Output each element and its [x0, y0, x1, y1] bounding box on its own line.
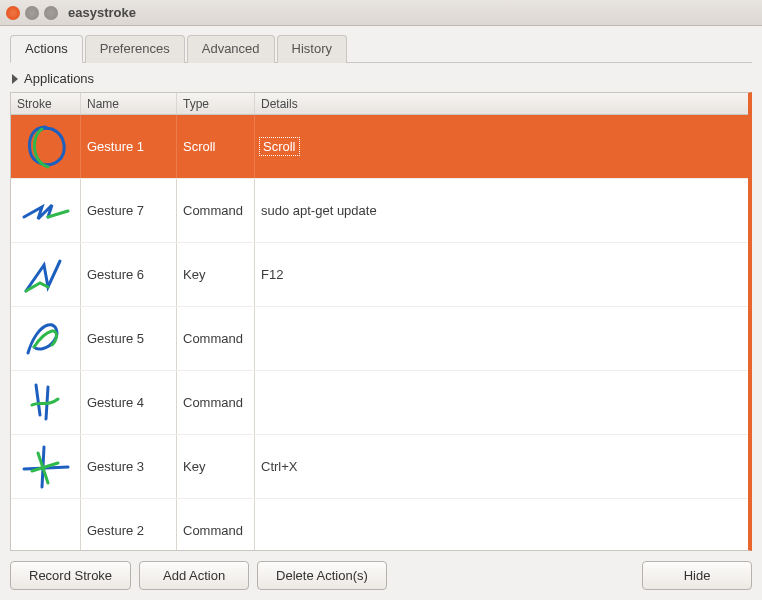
tab-actions[interactable]: Actions	[10, 35, 83, 63]
gesture-details[interactable]: sudo apt-get update	[255, 179, 748, 242]
tab-label: History	[292, 41, 332, 56]
record-stroke-button[interactable]: Record Stroke	[10, 561, 131, 590]
stroke-preview	[11, 243, 81, 306]
stroke-preview	[11, 371, 81, 434]
content-area: Actions Preferences Advanced History App…	[0, 26, 762, 600]
minimize-icon[interactable]	[25, 6, 39, 20]
gesture-name[interactable]: Gesture 2	[81, 499, 177, 551]
table-row[interactable]: Gesture 4Command	[11, 371, 748, 435]
titlebar: easystroke	[0, 0, 762, 26]
gesture-name[interactable]: Gesture 1	[81, 115, 177, 178]
table-row[interactable]: Gesture 6KeyF12	[11, 243, 748, 307]
table-row[interactable]: Gesture 3KeyCtrl+X	[11, 435, 748, 499]
gesture-details[interactable]	[255, 371, 748, 434]
stroke-preview	[11, 115, 81, 178]
tab-advanced[interactable]: Advanced	[187, 35, 275, 63]
stroke-preview	[11, 179, 81, 242]
window-controls	[6, 6, 58, 20]
expander-label: Applications	[24, 71, 94, 86]
gesture-type[interactable]: Key	[177, 435, 255, 498]
window-title: easystroke	[68, 5, 136, 20]
gesture-name[interactable]: Gesture 6	[81, 243, 177, 306]
button-row: Record Stroke Add Action Delete Action(s…	[10, 551, 752, 590]
gesture-type[interactable]: Scroll	[177, 115, 255, 178]
stroke-preview	[11, 435, 81, 498]
tab-label: Actions	[25, 41, 68, 56]
chevron-right-icon	[12, 74, 18, 84]
actions-table: Stroke Name Type Details Gesture 1Scroll…	[10, 92, 752, 551]
gesture-type[interactable]: Command	[177, 307, 255, 370]
table-row[interactable]: Gesture 5Command	[11, 307, 748, 371]
close-icon[interactable]	[6, 6, 20, 20]
delete-action-button[interactable]: Delete Action(s)	[257, 561, 387, 590]
col-name[interactable]: Name	[81, 93, 177, 114]
gesture-type[interactable]: Key	[177, 243, 255, 306]
tab-bar: Actions Preferences Advanced History	[10, 34, 752, 63]
gesture-details[interactable]: Ctrl+X	[255, 435, 748, 498]
tab-history[interactable]: History	[277, 35, 347, 63]
gesture-details[interactable]	[255, 499, 748, 551]
table-body: Gesture 1ScrollScrollGesture 7Commandsud…	[11, 115, 748, 551]
gesture-name[interactable]: Gesture 7	[81, 179, 177, 242]
gesture-name[interactable]: Gesture 5	[81, 307, 177, 370]
tab-label: Preferences	[100, 41, 170, 56]
table-row[interactable]: Gesture 7Commandsudo apt-get update	[11, 179, 748, 243]
table-header: Stroke Name Type Details	[11, 93, 748, 115]
gesture-type[interactable]: Command	[177, 179, 255, 242]
tab-label: Advanced	[202, 41, 260, 56]
gesture-type[interactable]: Command	[177, 499, 255, 551]
col-stroke[interactable]: Stroke	[11, 93, 81, 114]
stroke-preview	[11, 307, 81, 370]
gesture-details[interactable]: Scroll	[255, 115, 748, 178]
gesture-name[interactable]: Gesture 3	[81, 435, 177, 498]
hide-button[interactable]: Hide	[642, 561, 752, 590]
applications-expander[interactable]: Applications	[10, 67, 752, 92]
maximize-icon[interactable]	[44, 6, 58, 20]
gesture-name[interactable]: Gesture 4	[81, 371, 177, 434]
table-row[interactable]: Gesture 2Command	[11, 499, 748, 551]
col-details[interactable]: Details	[255, 93, 748, 114]
gesture-details[interactable]: F12	[255, 243, 748, 306]
gesture-details[interactable]	[255, 307, 748, 370]
col-type[interactable]: Type	[177, 93, 255, 114]
add-action-button[interactable]: Add Action	[139, 561, 249, 590]
tab-preferences[interactable]: Preferences	[85, 35, 185, 63]
table-row[interactable]: Gesture 1ScrollScroll	[11, 115, 748, 179]
stroke-preview	[11, 499, 81, 551]
gesture-type[interactable]: Command	[177, 371, 255, 434]
